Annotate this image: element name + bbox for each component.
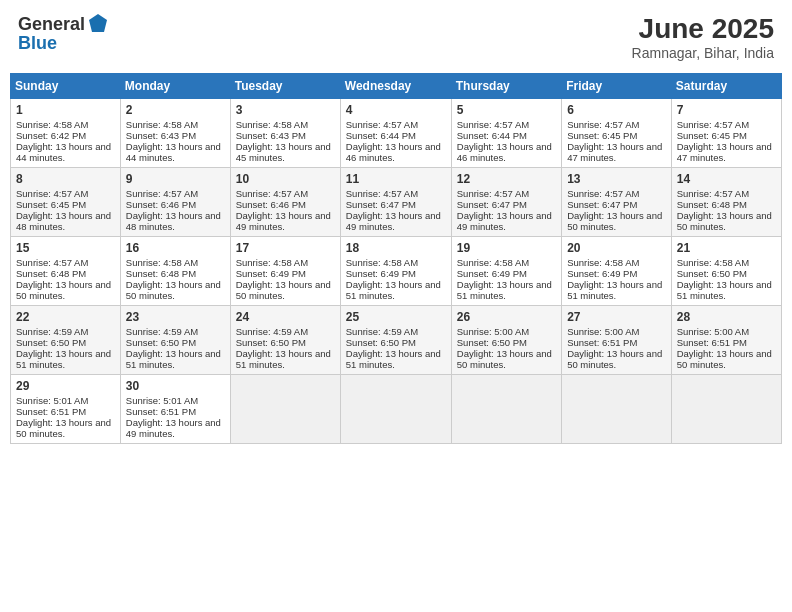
sunset-label: Sunset: 6:42 PM [16, 130, 86, 141]
day-number: 23 [126, 310, 225, 324]
daylight-label: Daylight: 13 hours and 50 minutes. [567, 348, 662, 370]
sunrise-label: Sunrise: 5:01 AM [126, 395, 198, 406]
daylight-label: Daylight: 13 hours and 50 minutes. [677, 348, 772, 370]
daylight-label: Daylight: 13 hours and 49 minutes. [346, 210, 441, 232]
daylight-label: Daylight: 13 hours and 49 minutes. [236, 210, 331, 232]
sunset-label: Sunset: 6:48 PM [16, 268, 86, 279]
calendar-header-row: Sunday Monday Tuesday Wednesday Thursday… [11, 73, 782, 98]
sunset-label: Sunset: 6:49 PM [236, 268, 306, 279]
sunset-label: Sunset: 6:45 PM [677, 130, 747, 141]
sunset-label: Sunset: 6:45 PM [567, 130, 637, 141]
day-number: 24 [236, 310, 335, 324]
day-number: 3 [236, 103, 335, 117]
daylight-label: Daylight: 13 hours and 51 minutes. [567, 279, 662, 301]
calendar-day-cell: 18 Sunrise: 4:58 AM Sunset: 6:49 PM Dayl… [340, 236, 451, 305]
calendar-day-cell: 13 Sunrise: 4:57 AM Sunset: 6:47 PM Dayl… [562, 167, 672, 236]
calendar-day-cell: 12 Sunrise: 4:57 AM Sunset: 6:47 PM Dayl… [451, 167, 561, 236]
day-number: 5 [457, 103, 556, 117]
svg-marker-0 [89, 14, 107, 32]
sunrise-label: Sunrise: 4:58 AM [126, 119, 198, 130]
calendar-day-cell: 8 Sunrise: 4:57 AM Sunset: 6:45 PM Dayli… [11, 167, 121, 236]
col-sunday: Sunday [11, 73, 121, 98]
sunset-label: Sunset: 6:51 PM [677, 337, 747, 348]
sunset-label: Sunset: 6:51 PM [16, 406, 86, 417]
daylight-label: Daylight: 13 hours and 44 minutes. [126, 141, 221, 163]
sunrise-label: Sunrise: 4:57 AM [346, 188, 418, 199]
calendar-day-cell: 7 Sunrise: 4:57 AM Sunset: 6:45 PM Dayli… [671, 98, 781, 167]
sunrise-label: Sunrise: 4:59 AM [346, 326, 418, 337]
sunset-label: Sunset: 6:51 PM [567, 337, 637, 348]
calendar-day-cell: 16 Sunrise: 4:58 AM Sunset: 6:48 PM Dayl… [120, 236, 230, 305]
logo-blue-text: Blue [18, 34, 57, 52]
sunrise-label: Sunrise: 5:00 AM [457, 326, 529, 337]
sunset-label: Sunset: 6:49 PM [346, 268, 416, 279]
calendar-day-cell: 20 Sunrise: 4:58 AM Sunset: 6:49 PM Dayl… [562, 236, 672, 305]
logo-general-text: General [18, 15, 85, 33]
day-number: 16 [126, 241, 225, 255]
col-tuesday: Tuesday [230, 73, 340, 98]
daylight-label: Daylight: 13 hours and 50 minutes. [457, 348, 552, 370]
daylight-label: Daylight: 13 hours and 44 minutes. [16, 141, 111, 163]
sunset-label: Sunset: 6:51 PM [126, 406, 196, 417]
daylight-label: Daylight: 13 hours and 46 minutes. [457, 141, 552, 163]
day-number: 18 [346, 241, 446, 255]
col-wednesday: Wednesday [340, 73, 451, 98]
sunrise-label: Sunrise: 4:57 AM [126, 188, 198, 199]
col-saturday: Saturday [671, 73, 781, 98]
daylight-label: Daylight: 13 hours and 49 minutes. [126, 417, 221, 439]
sunset-label: Sunset: 6:48 PM [677, 199, 747, 210]
calendar-day-cell [340, 374, 451, 443]
calendar-day-cell: 5 Sunrise: 4:57 AM Sunset: 6:44 PM Dayli… [451, 98, 561, 167]
sunrise-label: Sunrise: 4:57 AM [236, 188, 308, 199]
daylight-label: Daylight: 13 hours and 47 minutes. [677, 141, 772, 163]
calendar-week-row: 29 Sunrise: 5:01 AM Sunset: 6:51 PM Dayl… [11, 374, 782, 443]
daylight-label: Daylight: 13 hours and 46 minutes. [346, 141, 441, 163]
daylight-label: Daylight: 13 hours and 50 minutes. [126, 279, 221, 301]
sunrise-label: Sunrise: 5:00 AM [567, 326, 639, 337]
day-number: 15 [16, 241, 115, 255]
sunset-label: Sunset: 6:45 PM [16, 199, 86, 210]
day-number: 27 [567, 310, 666, 324]
daylight-label: Daylight: 13 hours and 50 minutes. [236, 279, 331, 301]
page-header: General Blue June 2025 Ramnagar, Bihar, … [10, 10, 782, 65]
calendar-day-cell [451, 374, 561, 443]
day-number: 30 [126, 379, 225, 393]
day-number: 19 [457, 241, 556, 255]
calendar-day-cell: 24 Sunrise: 4:59 AM Sunset: 6:50 PM Dayl… [230, 305, 340, 374]
sunrise-label: Sunrise: 4:57 AM [457, 188, 529, 199]
day-number: 10 [236, 172, 335, 186]
sunrise-label: Sunrise: 5:01 AM [16, 395, 88, 406]
sunrise-label: Sunrise: 4:58 AM [346, 257, 418, 268]
calendar-day-cell: 6 Sunrise: 4:57 AM Sunset: 6:45 PM Dayli… [562, 98, 672, 167]
calendar-day-cell: 17 Sunrise: 4:58 AM Sunset: 6:49 PM Dayl… [230, 236, 340, 305]
sunset-label: Sunset: 6:49 PM [457, 268, 527, 279]
daylight-label: Daylight: 13 hours and 51 minutes. [346, 348, 441, 370]
calendar-day-cell: 14 Sunrise: 4:57 AM Sunset: 6:48 PM Dayl… [671, 167, 781, 236]
sunrise-label: Sunrise: 4:57 AM [346, 119, 418, 130]
day-number: 4 [346, 103, 446, 117]
sunset-label: Sunset: 6:46 PM [236, 199, 306, 210]
sunrise-label: Sunrise: 4:58 AM [457, 257, 529, 268]
logo: General Blue [18, 14, 109, 52]
col-thursday: Thursday [451, 73, 561, 98]
daylight-label: Daylight: 13 hours and 49 minutes. [457, 210, 552, 232]
sunset-label: Sunset: 6:50 PM [677, 268, 747, 279]
sunset-label: Sunset: 6:47 PM [457, 199, 527, 210]
day-number: 8 [16, 172, 115, 186]
day-number: 29 [16, 379, 115, 393]
daylight-label: Daylight: 13 hours and 50 minutes. [16, 417, 111, 439]
day-number: 17 [236, 241, 335, 255]
day-number: 22 [16, 310, 115, 324]
calendar-day-cell: 30 Sunrise: 5:01 AM Sunset: 6:51 PM Dayl… [120, 374, 230, 443]
calendar-day-cell: 26 Sunrise: 5:00 AM Sunset: 6:50 PM Dayl… [451, 305, 561, 374]
sunrise-label: Sunrise: 4:57 AM [677, 119, 749, 130]
day-number: 12 [457, 172, 556, 186]
daylight-label: Daylight: 13 hours and 51 minutes. [457, 279, 552, 301]
sunrise-label: Sunrise: 4:58 AM [126, 257, 198, 268]
calendar-day-cell [671, 374, 781, 443]
sunset-label: Sunset: 6:50 PM [457, 337, 527, 348]
daylight-label: Daylight: 13 hours and 48 minutes. [16, 210, 111, 232]
col-monday: Monday [120, 73, 230, 98]
sunset-label: Sunset: 6:48 PM [126, 268, 196, 279]
day-number: 6 [567, 103, 666, 117]
